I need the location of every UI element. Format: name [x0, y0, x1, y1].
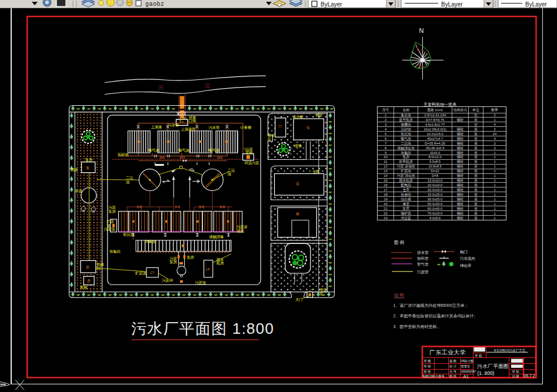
svg-text:图 纸: 图 纸: [449, 374, 456, 378]
svg-text:10: 10: [383, 155, 387, 159]
svg-text:座: 座: [474, 193, 478, 196]
svg-text:污泥泵房: 污泥泵房: [169, 256, 177, 264]
svg-text:13: 13: [383, 169, 387, 173]
svg-text:沉砂池: 沉砂池: [401, 128, 412, 132]
svg-text:制图日期: 制图日期: [423, 374, 435, 378]
svg-text:8.0x12.0: 8.0x12.0: [428, 155, 441, 159]
svg-text:污水厂平面图: 污水厂平面图: [477, 363, 509, 369]
svg-text:曝气池: 曝气池: [148, 148, 159, 153]
svg-text:安: 安: [474, 113, 478, 117]
svg-text:贮泥池: 贮泥池: [135, 271, 146, 276]
svg-text:座: 座: [474, 165, 478, 168]
svg-text:传达室: 传达室: [401, 216, 412, 220]
svg-text:3090000097: 3090000097: [461, 370, 476, 373]
svg-text:集水池: 集水池: [401, 113, 412, 118]
svg-text:座: 座: [474, 188, 478, 192]
svg-text:8.5万吨/日污水厂工艺: 8.5万吨/日污水厂工艺: [494, 349, 526, 353]
svg-text:修: 修: [296, 212, 299, 216]
svg-text:1: 1: [493, 188, 495, 192]
svg-text:15.0x25.0: 15.0x25.0: [428, 193, 442, 196]
svg-text:钢砼: 钢砼: [456, 136, 464, 140]
svg-text:1: 1: [493, 174, 495, 177]
svg-text:座: 座: [474, 169, 478, 173]
svg-text:加氯间: 加氯间: [109, 249, 121, 254]
svg-text:2.97x2.41.234: 2.97x2.41.234: [424, 113, 446, 117]
svg-text:食堂: 食堂: [315, 113, 322, 117]
svg-text:广东工业大学: 广东工业大学: [429, 349, 466, 356]
svg-text:加药管: 加药管: [417, 256, 429, 261]
svg-text:(1. 800): (1. 800): [478, 370, 495, 376]
svg-text:钢砼: 钢砼: [456, 150, 464, 155]
svg-text:2: 2: [385, 118, 386, 122]
svg-text:房: 房: [87, 279, 91, 283]
svg-text:设 计: 设 计: [449, 364, 457, 368]
svg-text:贮泥池: 贮泥池: [401, 169, 412, 173]
svg-text:钢砼: 钢砼: [456, 187, 464, 192]
svg-text:综合楼: 综合楼: [401, 197, 412, 201]
svg-text:A1: A1: [463, 374, 469, 379]
svg-text:配电: 配电: [80, 285, 87, 290]
svg-text:2: 2: [493, 142, 495, 145]
svg-text:初沉池: 初沉池: [123, 232, 134, 237]
svg-text:1、该厂设计规模为日处理65000立方米；: 1、该厂设计规模为日处理65000立方米；: [393, 303, 469, 308]
svg-text:4.5x1.8x1.77: 4.5x1.8x1.77: [425, 123, 445, 126]
svg-text:水池: 水池: [75, 189, 82, 193]
svg-text:D=12: D=12: [431, 169, 439, 173]
svg-text:台 号: 台 号: [449, 370, 456, 374]
svg-text:14: 14: [383, 174, 388, 177]
svg-text:钢砼: 钢砼: [456, 197, 464, 201]
svg-text:20: 20: [383, 202, 387, 206]
svg-text:座: 座: [474, 174, 478, 177]
svg-text:钢砼: 钢砼: [456, 183, 464, 187]
svg-text:污水厂平面图 1:800: 污水厂平面图 1:800: [131, 320, 274, 337]
svg-text:泵房: 泵房: [402, 155, 409, 159]
svg-text:18: 18: [383, 193, 387, 196]
svg-text:05设计图: 05设计图: [461, 359, 473, 363]
svg-text:4.0x5.0: 4.0x5.0: [429, 216, 441, 220]
svg-text:污泥 消化池: 污泥 消化池: [397, 173, 415, 178]
svg-text:二沉池: 二沉池: [401, 142, 412, 146]
svg-text:空气管: 空气管: [417, 262, 429, 267]
svg-text:名称: 名称: [402, 108, 409, 112]
svg-text:座: 座: [474, 212, 478, 215]
svg-text:曝气池: 曝气池: [178, 148, 189, 153]
svg-text:1: 1: [493, 179, 495, 182]
svg-text:座: 座: [474, 118, 478, 122]
svg-text:09.7.2: 09.7.2: [524, 374, 535, 378]
svg-text:L6: L6: [206, 267, 210, 271]
svg-text:鼓风机房: 鼓风机房: [399, 160, 413, 164]
svg-text:10.2x2x5.0: 10.2x2x5.0: [426, 132, 443, 136]
svg-text:3、图中坐标为相对坐标。: 3、图中坐标为相对坐标。: [393, 324, 441, 329]
svg-text:钢砼: 钢砼: [456, 178, 464, 182]
svg-text:50.0x30.0: 50.0x30.0: [428, 202, 442, 206]
svg-text:1: 1: [493, 155, 495, 159]
svg-text:C7: C7: [150, 271, 155, 274]
svg-text:1: 1: [493, 169, 495, 173]
svg-text:23: 23: [383, 216, 387, 220]
svg-text:序号: 序号: [382, 108, 389, 112]
svg-text:安: 安: [474, 123, 478, 126]
svg-text:1: 1: [493, 207, 495, 210]
svg-text:2、本图中单位除管径以毫米计其余均以米计;: 2、本图中单位除管径以毫米计其余均以米计;: [393, 314, 475, 319]
svg-text:座: 座: [474, 151, 478, 155]
svg-text:钢砼: 钢砼: [456, 127, 464, 131]
svg-text:泵房: 泵房: [186, 255, 194, 259]
svg-text:计量槽: 计量槽: [241, 125, 252, 130]
svg-text:阀门: 阀门: [460, 250, 468, 254]
svg-text:加氯间: 加氯间: [401, 150, 412, 155]
svg-text:锅炉房: 锅炉房: [401, 211, 412, 215]
svg-text:钢砼: 钢砼: [456, 211, 464, 215]
svg-text:曝气池: 曝气池: [209, 148, 220, 153]
svg-text:钢砼: 钢砼: [456, 159, 464, 163]
svg-text:1: 1: [493, 160, 495, 163]
svg-text:审 图: 审 图: [424, 359, 431, 363]
svg-text:座: 座: [474, 142, 478, 145]
svg-text:排放口闸: 排放口闸: [189, 115, 196, 124]
svg-text:曝气池: 曝气池: [401, 137, 412, 141]
svg-text:1: 1: [493, 183, 495, 187]
svg-text:座: 座: [474, 197, 478, 201]
svg-text:5.5x8.5: 5.5x8.5: [429, 160, 441, 163]
svg-text:食堂: 食堂: [402, 202, 409, 206]
svg-text:1: 1: [493, 193, 495, 196]
svg-text:回流污泥: 回流污泥: [245, 160, 260, 165]
